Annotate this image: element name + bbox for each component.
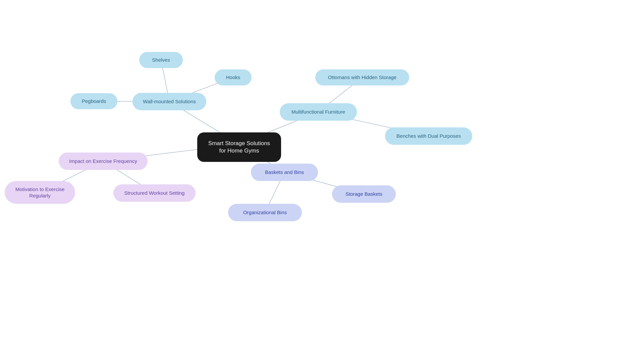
node-label-center: Smart Storage Solutions for Home Gyms (208, 140, 270, 155)
node-label-pegboards: Pegboards (82, 98, 106, 105)
node-label-benches: Benches with Dual Purposes (396, 133, 461, 139)
node-label-wall-mounted: Wall-mounted Solutions (143, 98, 196, 105)
mindmap-node-multifunctional[interactable]: Multifunctional Furniture (280, 103, 357, 121)
node-label-shelves: Shelves (152, 57, 170, 63)
mindmap-node-hooks[interactable]: Hooks (215, 69, 252, 85)
node-label-hooks: Hooks (226, 74, 240, 81)
mindmap-node-structured[interactable]: Structured Workout Setting (113, 184, 196, 202)
connection-lines (0, 0, 644, 363)
mindmap-node-benches[interactable]: Benches with Dual Purposes (385, 127, 472, 145)
mindmap-node-pegboards[interactable]: Pegboards (70, 93, 117, 109)
node-label-motivation: Motivation to Exercise Regularly (11, 186, 68, 199)
node-label-multifunctional: Multifunctional Furniture (291, 109, 345, 115)
mindmap-node-center[interactable]: Smart Storage Solutions for Home Gyms (197, 132, 281, 162)
node-label-structured: Structured Workout Setting (124, 190, 185, 196)
mindmap-node-impact[interactable]: Impact on Exercise Frequency (59, 153, 148, 170)
node-label-impact: Impact on Exercise Frequency (69, 158, 137, 165)
mindmap-node-motivation[interactable]: Motivation to Exercise Regularly (5, 181, 75, 204)
node-label-storage-baskets: Storage Baskets (345, 191, 382, 197)
mindmap-node-shelves[interactable]: Shelves (139, 52, 183, 68)
node-label-org-bins: Organizational Bins (243, 209, 287, 216)
mindmap-node-storage-baskets[interactable]: Storage Baskets (332, 185, 396, 203)
node-label-ottomans: Ottomans with Hidden Storage (328, 74, 396, 81)
mindmap-node-baskets[interactable]: Baskets and Bins (251, 164, 318, 181)
mindmap-node-wall-mounted[interactable]: Wall-mounted Solutions (132, 93, 206, 110)
node-label-baskets: Baskets and Bins (265, 169, 304, 176)
mindmap-node-ottomans[interactable]: Ottomans with Hidden Storage (315, 69, 409, 85)
mindmap-node-org-bins[interactable]: Organizational Bins (228, 204, 302, 221)
